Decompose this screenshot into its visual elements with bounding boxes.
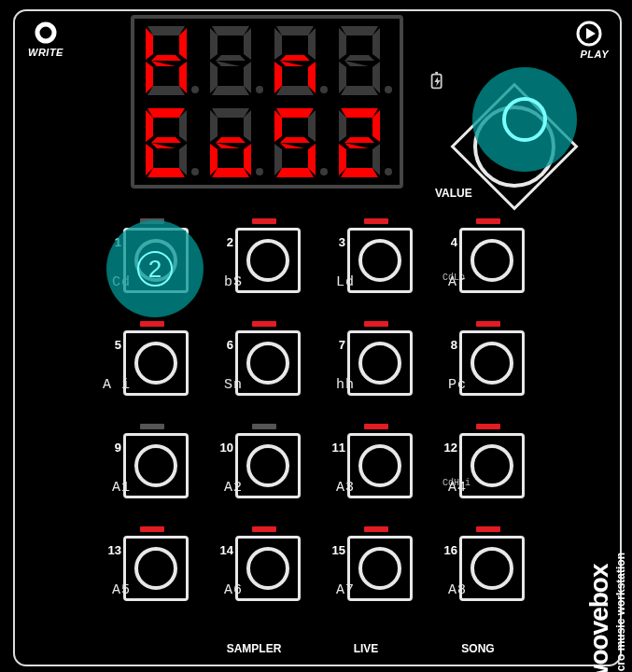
pad-button-5[interactable] xyxy=(123,330,189,396)
value-knob[interactable] xyxy=(435,67,594,226)
pad-button-8[interactable] xyxy=(459,330,525,396)
pad-button-14[interactable] xyxy=(235,536,301,601)
svg-marker-2 xyxy=(586,28,596,39)
pad-led xyxy=(364,321,388,327)
pad-14: 14 A6 xyxy=(207,526,301,603)
pad-button-2[interactable] xyxy=(235,228,301,293)
seven-seg-digit xyxy=(136,22,201,99)
pad-led xyxy=(252,218,276,224)
pad-15: 15 A7 xyxy=(319,526,413,603)
pad-sublabel: A3 xyxy=(317,480,355,496)
pad-button-3[interactable] xyxy=(347,228,413,293)
brand-tagline: micro music workstation xyxy=(614,553,627,672)
seven-seg-digit xyxy=(201,22,265,99)
mode-song: SONG xyxy=(431,642,525,655)
pad-sublabel: Sn xyxy=(205,377,243,393)
pad-number: 1 xyxy=(103,235,121,249)
pad-number: 3 xyxy=(327,235,345,249)
pad-led xyxy=(140,424,164,429)
pad-sublabel: bS xyxy=(205,274,243,290)
pad-8: 8 Pc xyxy=(431,321,525,398)
seven-seg-digit xyxy=(265,105,330,181)
pad-4: 4 CdLo Ar xyxy=(431,218,525,295)
pad-3: 3 Ld xyxy=(319,218,413,295)
pad-number: 16 xyxy=(439,543,457,557)
play-icon xyxy=(576,21,602,47)
pad-button-11[interactable] xyxy=(347,433,413,498)
pad-led xyxy=(252,424,276,429)
write-label: WRITE xyxy=(22,47,69,58)
pad-16: 16 A8 xyxy=(431,526,525,603)
value-label: VALUE xyxy=(435,187,472,200)
pad-10: 10 A2 xyxy=(207,424,301,500)
pad-number: 13 xyxy=(103,543,121,557)
pad-sublabel: Ld xyxy=(317,274,355,290)
pad-11: 11 A3 xyxy=(319,424,413,500)
pad-led xyxy=(252,321,276,327)
pad-grid: 1 Cd 2 bS 3 Ld 4 CdLo Ar 5 A xyxy=(95,218,525,629)
svg-point-0 xyxy=(37,24,54,41)
pad-button-13[interactable] xyxy=(123,536,189,601)
device-panel: WRITE PLAY VALUE xyxy=(13,9,622,666)
play-button[interactable]: PLAY xyxy=(566,21,612,60)
pad-led xyxy=(140,526,164,532)
pad-sublabel: A6 xyxy=(205,582,243,598)
pad-led xyxy=(364,218,388,224)
pad-sublabel: A8 xyxy=(429,582,467,598)
pad-button-7[interactable] xyxy=(347,330,413,396)
pad-number: 9 xyxy=(103,441,121,455)
brand: woovebox micro music workstation xyxy=(584,553,627,672)
pad-number: 10 xyxy=(215,441,233,455)
seven-segment-display xyxy=(131,15,403,189)
pad-6: 6 Sn xyxy=(207,321,301,398)
pad-5: 5 A i xyxy=(95,321,189,398)
pad-sublabel: A7 xyxy=(317,582,355,598)
pad-13: 13 A5 xyxy=(95,526,189,603)
pad-led xyxy=(364,424,388,429)
pad-led xyxy=(476,424,500,429)
pad-button-1[interactable] xyxy=(123,228,189,293)
mode-sampler: SAMPLER xyxy=(207,642,301,655)
circle-icon xyxy=(34,21,58,45)
seven-seg-digit xyxy=(136,105,201,181)
pad-number: 12 xyxy=(439,441,457,455)
pad-sublabel: A4 xyxy=(429,480,467,496)
seven-seg-digit xyxy=(265,22,330,99)
pad-9: 9 A1 xyxy=(95,424,189,500)
pad-led xyxy=(364,526,388,532)
pad-led xyxy=(476,218,500,224)
pad-number: 4 xyxy=(439,235,457,249)
pad-led xyxy=(476,321,500,327)
pad-button-10[interactable] xyxy=(235,433,301,498)
pad-12: 12 CdH i A4 xyxy=(431,424,525,500)
pad-number: 14 xyxy=(215,543,233,557)
pad-button-4[interactable] xyxy=(459,228,525,293)
pad-2: 2 bS xyxy=(207,218,301,295)
pad-sublabel: A5 xyxy=(93,582,131,598)
seven-seg-digit xyxy=(201,105,265,181)
pad-sublabel: Pc xyxy=(429,377,467,393)
pad-number: 2 xyxy=(215,235,233,249)
play-label: PLAY xyxy=(566,49,612,60)
pad-led xyxy=(476,526,500,532)
pad-sublabel: A1 xyxy=(93,480,131,496)
pad-number: 7 xyxy=(327,338,345,352)
pad-number: 15 xyxy=(327,543,345,557)
pad-sublabel: hh xyxy=(317,377,355,393)
pad-7: 7 hh xyxy=(319,321,413,398)
seven-seg-digit xyxy=(330,22,394,99)
pad-sublabel: Ar xyxy=(429,274,467,290)
write-button[interactable]: WRITE xyxy=(22,21,69,58)
mode-live: LIVE xyxy=(319,642,413,655)
pad-1: 1 Cd xyxy=(95,218,189,295)
pad-button-16[interactable] xyxy=(459,536,525,601)
pad-button-15[interactable] xyxy=(347,536,413,601)
pad-number: 6 xyxy=(215,338,233,352)
svg-point-7 xyxy=(475,107,554,186)
seven-seg-digit xyxy=(330,105,394,181)
pad-led xyxy=(140,321,164,327)
mode-labels: SAMPLER LIVE SONG xyxy=(95,642,525,655)
pad-button-9[interactable] xyxy=(123,433,189,498)
pad-button-12[interactable] xyxy=(459,433,525,498)
pad-button-6[interactable] xyxy=(235,330,301,396)
